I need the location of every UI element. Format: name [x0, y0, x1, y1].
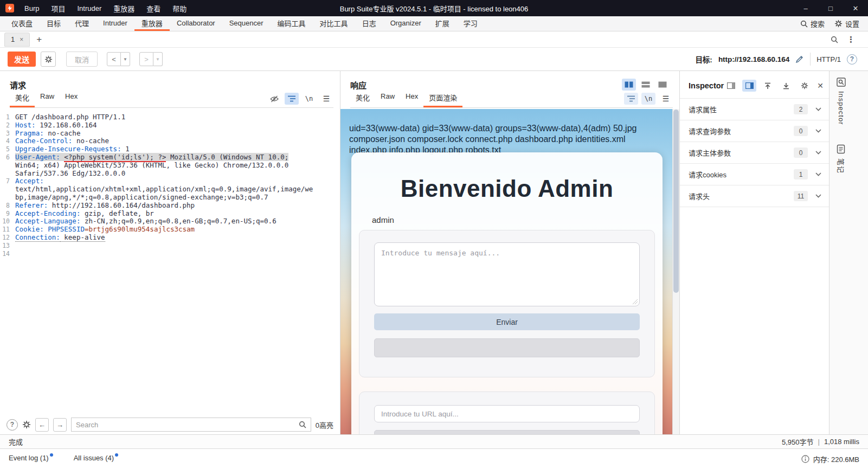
repeater-tab-1[interactable]: 1 × [4, 33, 30, 47]
inspector-row-请求cookies[interactable]: 请求cookies1 [680, 164, 829, 185]
line-content[interactable]: Accept:text/html,application/xhtml+xml,a… [15, 177, 338, 201]
single-layout-icon[interactable] [655, 79, 670, 91]
search-settings-gear-icon[interactable] [22, 420, 31, 429]
hide-nonprintable-eye-slash-icon[interactable] [267, 93, 281, 105]
menu-Burp[interactable]: Burp [18, 4, 45, 12]
line-content[interactable]: User-Agent: <?php system('id;ls'); ?> Mo… [15, 153, 338, 177]
resize-handle-icon[interactable] [632, 298, 638, 304]
pretty-print-icon[interactable] [624, 93, 638, 105]
main-tab-Sequencer[interactable]: Sequencer [222, 16, 271, 31]
menu-查看[interactable]: 查看 [140, 3, 166, 14]
response-scrollbar[interactable] [672, 109, 679, 434]
search-field[interactable] [71, 418, 311, 432]
enviar-button[interactable]: Enviar [374, 313, 640, 330]
settings-button[interactable]: 设置 [834, 18, 859, 29]
editor-menu-icon[interactable]: ☰ [319, 93, 333, 105]
main-tab-对比工具[interactable]: 对比工具 [313, 16, 355, 31]
search-help-icon[interactable]: ? [7, 419, 18, 431]
rows-layout-icon[interactable] [639, 79, 653, 91]
edit-target-pencil-icon[interactable] [795, 55, 804, 63]
inspector-row-请求头[interactable]: 请求头11 [680, 185, 829, 207]
main-tab-Organizer[interactable]: Organizer [383, 16, 428, 31]
response-tab-Raw[interactable]: Raw [375, 89, 400, 107]
line-content[interactable]: Cookie: PHPSESSID=brtjg6s90lmu954sajlcs3… [15, 226, 338, 234]
menu-帮助[interactable]: 帮助 [166, 3, 192, 14]
menu-重放器[interactable]: 重放器 [107, 3, 140, 14]
request-tab-美化[interactable]: 美化 [10, 89, 35, 107]
main-tab-日志[interactable]: 日志 [355, 16, 383, 31]
request-tab-Hex[interactable]: Hex [60, 89, 83, 107]
newline-toggle-icon[interactable]: \n [641, 93, 655, 105]
request-tab-Raw[interactable]: Raw [35, 89, 60, 107]
chevron-down-icon[interactable]: ▼ [121, 52, 130, 66]
close-button[interactable]: ✕ [843, 0, 868, 16]
line-content[interactable]: Cache-Control: no-cache [15, 137, 338, 145]
main-tab-目标[interactable]: 目标 [40, 16, 68, 31]
search-icon[interactable] [299, 421, 306, 428]
line-content[interactable]: Pragma: no-cache [15, 130, 338, 138]
line-content[interactable]: Connection: keep-alive [15, 234, 338, 242]
response-tab-Hex[interactable]: Hex [400, 89, 423, 107]
close-inspector-icon[interactable]: ✕ [816, 81, 825, 90]
maximize-button[interactable]: □ [818, 0, 843, 16]
inspector-settings-gear-icon[interactable] [798, 80, 812, 92]
menu-项目[interactable]: 项目 [45, 3, 71, 14]
line-content[interactable]: Accept-Language: zh-CN,zh;q=0.9,en;q=0.8… [15, 217, 338, 226]
prev-match-button[interactable]: ← [35, 418, 49, 432]
global-search-button[interactable]: 搜索 [800, 18, 825, 29]
tab-search-icon[interactable] [831, 36, 838, 43]
newline-toggle-icon[interactable]: \n [302, 93, 316, 105]
url-input[interactable]: Introduce tu URL aquí... [374, 405, 640, 422]
main-tab-学习[interactable]: 学习 [456, 16, 485, 31]
rail-notes-tab[interactable]: 笔记 [834, 144, 847, 174]
inspector-row-请求主体参数[interactable]: 请求主体参数0 [680, 142, 829, 164]
main-tab-代理[interactable]: 代理 [68, 16, 96, 31]
send-button[interactable]: 发送 [8, 52, 36, 67]
new-tab-button[interactable]: + [30, 34, 48, 45]
close-tab-icon[interactable]: × [20, 36, 23, 43]
next-match-button[interactable]: → [53, 418, 67, 432]
http-version[interactable]: HTTP/1 [816, 55, 841, 63]
response-tab-美化[interactable]: 美化 [350, 89, 375, 107]
line-content[interactable]: Accept-Encoding: gzip, deflate, br [15, 210, 338, 218]
line-content[interactable] [15, 250, 338, 258]
inspector-row-请求属性[interactable]: 请求属性2 [680, 99, 829, 120]
main-tab-Collaborator[interactable]: Collaborator [170, 16, 222, 31]
more-options-icon[interactable]: ⋮ [847, 35, 855, 44]
send-settings-button[interactable] [41, 52, 56, 67]
minimize-button[interactable]: – [793, 0, 818, 16]
menu-Intruder[interactable]: Intruder [71, 4, 107, 12]
search-input[interactable] [76, 421, 295, 429]
message-textarea[interactable]: Introduce tu mensaje aquí... [374, 242, 640, 306]
help-icon[interactable]: ? [847, 54, 857, 65]
next-request-button[interactable]: > [139, 52, 153, 66]
main-tab-扩展[interactable]: 扩展 [428, 16, 456, 31]
all-issues-tab[interactable]: All issues (4) [74, 454, 118, 462]
pretty-print-icon[interactable] [285, 93, 299, 105]
main-tab-仪表盘[interactable]: 仪表盘 [4, 16, 40, 31]
rail-inspector-tab[interactable]: Inspector [834, 78, 847, 125]
event-log-tab[interactable]: Event log (1) [9, 454, 53, 462]
columns-layout-icon[interactable] [622, 79, 636, 91]
dock-right-icon[interactable] [724, 80, 738, 92]
request-editor[interactable]: 1GET /dashboard.php HTTP/1.12Host: 192.1… [0, 108, 340, 258]
dock-panel-icon[interactable] [742, 80, 756, 92]
main-tab-重放器[interactable]: 重放器 [134, 16, 170, 31]
collapse-all-icon[interactable] [761, 80, 775, 92]
info-icon[interactable] [801, 455, 809, 463]
editor-menu-icon[interactable]: ☰ [659, 93, 673, 105]
chevron-down-icon[interactable]: ▼ [153, 52, 163, 66]
main-tab-编码工具[interactable]: 编码工具 [271, 16, 313, 31]
main-tab-Intruder[interactable]: Intruder [96, 16, 134, 31]
expand-all-icon[interactable] [779, 80, 793, 92]
line-content[interactable]: Upgrade-Insecure-Requests: 1 [15, 145, 338, 153]
scrollbar-thumb[interactable] [673, 110, 679, 293]
prev-request-button[interactable]: < [107, 52, 121, 66]
line-content[interactable] [15, 242, 338, 250]
line-content[interactable]: Host: 192.168.60.164 [15, 121, 338, 130]
response-tab-页面渲染[interactable]: 页面渲染 [423, 89, 462, 107]
line-content[interactable]: GET /dashboard.php HTTP/1.1 [15, 113, 338, 121]
cancel-button[interactable]: 取消 [66, 52, 98, 67]
inspector-row-请求查询参数[interactable]: 请求查询参数0 [680, 120, 829, 142]
line-content[interactable]: Referer: http://192.168.60.164/dashboard… [15, 202, 338, 210]
